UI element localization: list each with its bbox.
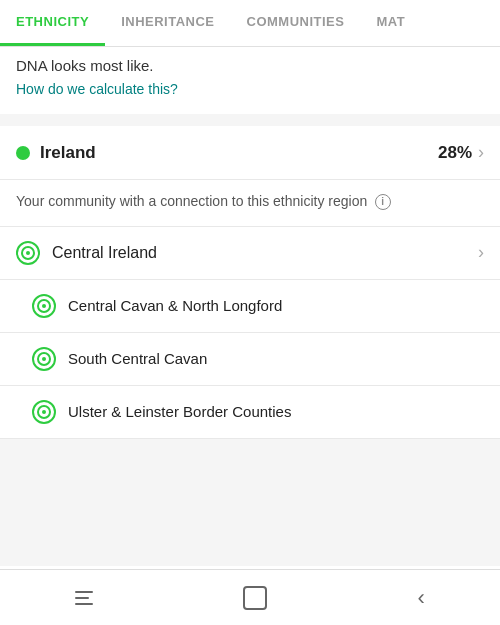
tab-inheritance[interactable]: INHERITANCE bbox=[105, 0, 230, 46]
community-bullseye-icon-2 bbox=[32, 294, 56, 318]
menu-lines-icon bbox=[75, 589, 93, 607]
ireland-title: Ireland bbox=[40, 143, 438, 163]
community-bullseye-icon bbox=[16, 241, 40, 265]
tab-communities[interactable]: COMMUNITIES bbox=[231, 0, 361, 46]
central-ireland-chevron-icon: › bbox=[478, 242, 484, 263]
bottom-nav: ‹ bbox=[0, 569, 500, 625]
menu-bar-middle bbox=[75, 597, 89, 599]
community-name-ulster-leinster: Ulster & Leinster Border Counties bbox=[68, 403, 484, 420]
ireland-header[interactable]: Ireland 28% › bbox=[0, 126, 500, 180]
community-item-ulster-leinster[interactable]: Ulster & Leinster Border Counties bbox=[0, 386, 500, 439]
community-intro: Your community with a connection to this… bbox=[0, 180, 500, 227]
nav-back-button[interactable]: ‹ bbox=[394, 577, 449, 619]
menu-bar-bottom bbox=[75, 603, 93, 605]
community-item-central-cavan[interactable]: Central Cavan & North Longford bbox=[0, 280, 500, 333]
dna-section: DNA looks most like. How do we calculate… bbox=[0, 47, 500, 114]
community-name-central-cavan: Central Cavan & North Longford bbox=[68, 297, 484, 314]
tab-ethnicity[interactable]: ETHNICITY bbox=[0, 0, 105, 46]
info-icon[interactable]: i bbox=[375, 194, 391, 210]
ireland-dot bbox=[16, 146, 30, 160]
community-bullseye-icon-3 bbox=[32, 347, 56, 371]
dna-description: DNA looks most like. bbox=[16, 57, 484, 74]
nav-menu-button[interactable] bbox=[51, 581, 117, 615]
back-chevron-icon: ‹ bbox=[418, 585, 425, 610]
community-item-central-ireland[interactable]: Central Ireland › bbox=[0, 227, 500, 280]
community-intro-text: Your community with a connection to this… bbox=[16, 193, 367, 209]
home-square-icon bbox=[243, 586, 267, 610]
tab-matches[interactable]: MAT bbox=[360, 0, 421, 46]
ireland-chevron-right-icon: › bbox=[478, 142, 484, 163]
community-name-central-ireland: Central Ireland bbox=[52, 244, 478, 262]
community-name-south-central-cavan: South Central Cavan bbox=[68, 350, 484, 367]
ireland-percent: 28% bbox=[438, 143, 472, 163]
nav-home-button[interactable] bbox=[219, 578, 291, 618]
content-area: DNA looks most like. How do we calculate… bbox=[0, 47, 500, 566]
community-item-south-central-cavan[interactable]: South Central Cavan bbox=[0, 333, 500, 386]
menu-bar-top bbox=[75, 591, 93, 593]
tab-bar: ETHNICITY INHERITANCE COMMUNITIES MAT bbox=[0, 0, 500, 47]
community-bullseye-icon-4 bbox=[32, 400, 56, 424]
calculate-link[interactable]: How do we calculate this? bbox=[16, 81, 178, 97]
ireland-card: Ireland 28% › Your community with a conn… bbox=[0, 126, 500, 439]
